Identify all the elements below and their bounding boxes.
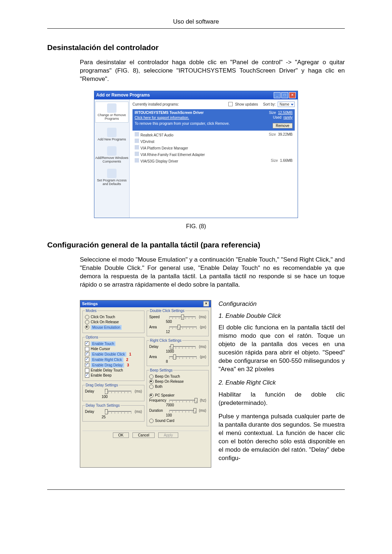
program-row[interactable]: VIA Rhine-Family Fast Ethernet Adapter	[132, 151, 295, 157]
drag-delay-group: Drag Delay Settings Delay (ms) 100	[82, 383, 144, 401]
config-heading: Configuración	[219, 300, 345, 308]
figure8-caption: FIG. (8)	[47, 223, 345, 230]
show-updates-checkbox[interactable]	[228, 102, 233, 106]
program-icon	[135, 139, 139, 143]
sidebar-item-program-access[interactable]: Set Program Access and Defaults	[95, 169, 128, 186]
dialog-titlebar[interactable]: Settings ×	[80, 300, 211, 307]
mode-click-on-touch[interactable]: Click On Touch	[85, 315, 142, 319]
window-title: Add or Remove Programs	[96, 93, 150, 98]
page-header: Uso del software	[47, 18, 345, 29]
cancel-button[interactable]: Cancel	[132, 432, 155, 438]
double-click-speed-slider[interactable]: Speed (ms)	[149, 315, 206, 319]
beep-duration-slider[interactable]: Duration (ms)	[149, 409, 206, 413]
beep-frequency-value: 7000	[166, 403, 206, 407]
drag-delay-value: 100	[102, 395, 142, 399]
program-icon	[135, 132, 139, 136]
beep-pc-speaker[interactable]: PC Speaker	[149, 393, 206, 398]
remove-button[interactable]: Remove	[273, 123, 293, 128]
program-row[interactable]: Realtek AC'97 AudioSize39.22MB	[132, 131, 295, 138]
disc-plus-icon	[107, 128, 117, 137]
option-enable-double-click[interactable]: Enable Double Click1	[85, 352, 142, 357]
right-click-area-slider[interactable]: Area (px)	[149, 355, 206, 359]
beep-duration-value: 100	[166, 413, 206, 417]
program-icon	[135, 158, 139, 163]
sort-by-dropdown[interactable]: Name	[278, 102, 295, 107]
box-icon	[107, 103, 117, 113]
dialog-title: Settings	[82, 301, 98, 306]
used-label: Used	[273, 115, 281, 119]
right-click-area-value: 8	[166, 360, 206, 364]
double-click-speed-value: 500	[166, 320, 206, 324]
delay-touch-slider[interactable]: Delay (ms)	[85, 410, 142, 414]
mode-mouse-emulation[interactable]: Mouse Emulation	[85, 325, 142, 330]
double-click-group: Double Click Settings Speed (ms) 500 Are…	[147, 309, 209, 336]
program-row-selected[interactable]: IRTOUCHSYSTEMS TouchScreen Driver Click …	[132, 109, 295, 131]
drag-delay-legend: Drag Delay Settings	[85, 383, 119, 387]
option-hide-cursor[interactable]: Hide Cursor	[85, 347, 142, 351]
right-click-group: Right Click Settings Delay (ms) 1000 Are…	[147, 338, 209, 366]
beep-on-release[interactable]: Beep On Release	[149, 379, 206, 384]
size-label: Size	[269, 111, 276, 115]
beep-both[interactable]: Both	[149, 385, 206, 389]
size-value: 12.50MB	[278, 111, 293, 115]
mode-click-on-release[interactable]: Click On Release	[85, 320, 142, 324]
sidebar-item-label: Add/Remove Windows Components	[95, 156, 128, 163]
option-enable-delay-touch[interactable]: Enable Delay Touch	[85, 368, 142, 373]
maximize-button[interactable]: □	[281, 92, 288, 98]
delay-touch-legend: Delay Touch Settings	[85, 403, 121, 407]
remove-instruction: To remove this program from your compute…	[135, 122, 230, 128]
delay-touch-group: Delay Touch Settings Delay (ms) 25	[82, 403, 144, 422]
sidebar-item-label: Add New Programs	[98, 138, 126, 141]
badge-3: 3	[127, 363, 129, 367]
option-enable-touch[interactable]: Enable Touch	[85, 341, 142, 346]
close-icon[interactable]: ×	[203, 301, 209, 307]
right-click-legend: Right Click Settings	[149, 338, 182, 342]
right-click-delay-slider[interactable]: Delay (ms)	[149, 345, 206, 349]
config-item2-body2: Pulse y mantenga pulsada cualquier parte…	[219, 413, 345, 463]
sidebar-item-label: Change or Remove Programs	[98, 113, 126, 120]
sort-by-label: Sort by:	[263, 102, 275, 106]
program-row[interactable]: VIA Platform Device Manager	[132, 144, 295, 151]
sidebar-item-change-remove[interactable]: Change or Remove Programs	[95, 102, 128, 123]
installed-programs-label: Currently installed programs:	[132, 102, 179, 106]
beep-sound-card[interactable]: Sound Card	[149, 419, 206, 423]
support-info-link[interactable]: Click here for support information.	[135, 116, 204, 120]
sidebar: Change or Remove Programs Add New Progra…	[94, 99, 130, 218]
globe-icon	[107, 169, 117, 178]
sidebar-item-windows-components[interactable]: Add/Remove Windows Components	[95, 146, 128, 164]
beep-legend: Beep Settings	[149, 368, 173, 372]
section2-title: Configuración general de la pantalla tác…	[47, 241, 345, 249]
option-enable-drag-delay[interactable]: Enable Drag Delay3	[85, 363, 142, 368]
delay-touch-value: 25	[102, 415, 142, 419]
badge-2: 2	[126, 358, 128, 362]
section1-paragraph: Para desinstalar el controlador haga dob…	[80, 58, 345, 83]
beep-frequency-slider[interactable]: Frequency (hz)	[149, 398, 206, 402]
options-group: Options Enable Touch Hide Cursor Enable …	[82, 335, 144, 381]
badge-1: 1	[129, 352, 131, 356]
windows-icon	[107, 146, 117, 156]
config-text-column: Configuración 1. Enable Double Click El …	[219, 300, 345, 468]
drag-delay-slider[interactable]: Delay (ms)	[85, 389, 142, 393]
sidebar-item-add-new[interactable]: Add New Programs	[95, 128, 128, 141]
double-click-area-slider[interactable]: Area (px)	[149, 325, 206, 329]
config-item2-body1: Habilitar la función de doble clic (pred…	[219, 391, 345, 407]
double-click-legend: Double Click Settings	[149, 309, 185, 313]
close-button[interactable]: ×	[289, 92, 296, 98]
show-updates-label: Show updates	[235, 102, 258, 106]
beep-on-touch[interactable]: Beep On Touch	[149, 374, 206, 379]
apply-button[interactable]: Apply	[158, 432, 178, 438]
programs-panel: Currently installed programs: Show updat…	[130, 99, 298, 218]
ok-button[interactable]: OK	[113, 432, 129, 438]
section2-paragraph: Seleccione el modo "Mouse Emulation" y a…	[80, 256, 345, 289]
program-row[interactable]: VIA/S3G Display DriverSize1.66MB	[132, 157, 295, 164]
double-click-area-value: 12	[166, 330, 206, 334]
section1-title: Desinstalación del controlador	[47, 43, 345, 52]
window-titlebar[interactable]: Add or Remove Programs _ □ ×	[94, 91, 298, 99]
minimize-button[interactable]: _	[274, 92, 281, 98]
used-value: rarely	[283, 115, 293, 119]
right-click-delay-value: 1000	[166, 349, 206, 353]
options-legend: Options	[85, 335, 99, 339]
option-enable-beep[interactable]: Enable Beep	[85, 373, 142, 378]
option-enable-right-click[interactable]: Enable Right Click2	[85, 357, 142, 362]
program-row[interactable]: VDrvInst	[132, 138, 295, 144]
